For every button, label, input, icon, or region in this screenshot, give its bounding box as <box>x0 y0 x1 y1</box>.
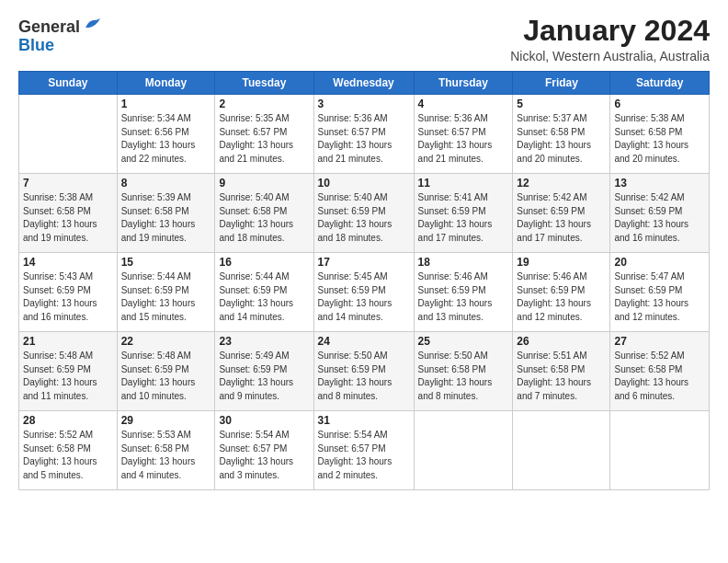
day-info: Sunrise: 5:48 AMSunset: 6:59 PMDaylight:… <box>23 350 113 403</box>
day-info: Sunrise: 5:53 AMSunset: 6:58 PMDaylight:… <box>121 429 211 482</box>
logo-blue-text: Blue <box>18 36 54 54</box>
day-info: Sunrise: 5:40 AMSunset: 6:58 PMDaylight:… <box>219 191 309 245</box>
day-info: Sunrise: 5:34 AMSunset: 6:56 PMDaylight:… <box>121 112 211 166</box>
logo-general-text: General <box>18 18 80 37</box>
calendar-cell: 24Sunrise: 5:50 AMSunset: 6:59 PMDayligh… <box>313 332 414 411</box>
calendar-header-friday: Friday <box>513 72 610 95</box>
day-info: Sunrise: 5:52 AMSunset: 6:58 PMDaylight:… <box>614 350 705 403</box>
day-info: Sunrise: 5:42 AMSunset: 6:59 PMDaylight:… <box>614 191 705 245</box>
month-title: January 2024 <box>510 15 710 47</box>
calendar-week-1: 1Sunrise: 5:34 AMSunset: 6:56 PMDaylight… <box>19 95 710 174</box>
day-number: 7 <box>23 177 113 190</box>
day-number: 21 <box>23 335 113 348</box>
calendar-cell <box>19 95 118 174</box>
calendar-cell: 8Sunrise: 5:39 AMSunset: 6:58 PMDaylight… <box>117 174 215 253</box>
calendar-header-tuesday: Tuesday <box>215 72 313 95</box>
calendar-cell: 14Sunrise: 5:43 AMSunset: 6:59 PMDayligh… <box>19 253 118 332</box>
day-number: 24 <box>318 335 410 348</box>
day-info: Sunrise: 5:54 AMSunset: 6:57 PMDaylight:… <box>219 429 309 482</box>
calendar-cell: 17Sunrise: 5:45 AMSunset: 6:59 PMDayligh… <box>313 253 414 332</box>
page: General Blue January 2024 Nickol, Wester… <box>0 0 728 563</box>
day-info: Sunrise: 5:46 AMSunset: 6:59 PMDaylight:… <box>517 270 606 324</box>
logo: General Blue <box>18 18 102 55</box>
day-info: Sunrise: 5:49 AMSunset: 6:59 PMDaylight:… <box>219 350 309 403</box>
calendar-cell: 6Sunrise: 5:38 AMSunset: 6:58 PMDaylight… <box>610 95 710 174</box>
day-info: Sunrise: 5:43 AMSunset: 6:59 PMDaylight:… <box>23 270 113 324</box>
day-number: 12 <box>517 177 606 190</box>
calendar-cell <box>610 411 710 490</box>
calendar-cell: 5Sunrise: 5:37 AMSunset: 6:58 PMDaylight… <box>513 95 610 174</box>
day-number: 25 <box>418 335 509 348</box>
calendar-cell: 26Sunrise: 5:51 AMSunset: 6:58 PMDayligh… <box>513 332 610 411</box>
day-info: Sunrise: 5:48 AMSunset: 6:59 PMDaylight:… <box>121 350 211 403</box>
calendar-header-monday: Monday <box>117 72 215 95</box>
calendar-cell: 28Sunrise: 5:52 AMSunset: 6:58 PMDayligh… <box>19 411 118 490</box>
calendar-cell: 25Sunrise: 5:50 AMSunset: 6:58 PMDayligh… <box>414 332 513 411</box>
calendar-week-5: 28Sunrise: 5:52 AMSunset: 6:58 PMDayligh… <box>19 411 710 490</box>
calendar-cell: 7Sunrise: 5:38 AMSunset: 6:58 PMDaylight… <box>19 174 118 253</box>
day-info: Sunrise: 5:54 AMSunset: 6:57 PMDaylight:… <box>318 429 410 482</box>
day-info: Sunrise: 5:37 AMSunset: 6:58 PMDaylight:… <box>517 112 606 166</box>
calendar-cell: 22Sunrise: 5:48 AMSunset: 6:59 PMDayligh… <box>117 332 215 411</box>
day-info: Sunrise: 5:47 AMSunset: 6:59 PMDaylight:… <box>614 270 705 324</box>
day-number: 10 <box>318 177 410 190</box>
day-info: Sunrise: 5:38 AMSunset: 6:58 PMDaylight:… <box>23 191 113 245</box>
calendar-cell: 2Sunrise: 5:35 AMSunset: 6:57 PMDaylight… <box>215 95 313 174</box>
day-number: 15 <box>121 256 211 269</box>
day-number: 28 <box>23 414 113 427</box>
day-number: 1 <box>121 98 211 110</box>
day-number: 3 <box>318 98 410 110</box>
day-info: Sunrise: 5:50 AMSunset: 6:58 PMDaylight:… <box>418 350 509 403</box>
day-number: 17 <box>318 256 410 269</box>
logo-bird-icon <box>82 15 102 35</box>
calendar-cell <box>513 411 610 490</box>
calendar-header-sunday: Sunday <box>19 72 118 95</box>
day-info: Sunrise: 5:36 AMSunset: 6:57 PMDaylight:… <box>318 112 410 166</box>
day-info: Sunrise: 5:50 AMSunset: 6:59 PMDaylight:… <box>318 350 410 403</box>
calendar-cell: 23Sunrise: 5:49 AMSunset: 6:59 PMDayligh… <box>215 332 313 411</box>
day-number: 26 <box>517 335 606 348</box>
calendar-cell: 19Sunrise: 5:46 AMSunset: 6:59 PMDayligh… <box>513 253 610 332</box>
calendar-cell: 1Sunrise: 5:34 AMSunset: 6:56 PMDaylight… <box>117 95 215 174</box>
day-number: 18 <box>418 256 509 269</box>
day-number: 20 <box>614 256 705 269</box>
day-info: Sunrise: 5:41 AMSunset: 6:59 PMDaylight:… <box>418 191 509 245</box>
calendar-cell: 16Sunrise: 5:44 AMSunset: 6:59 PMDayligh… <box>215 253 313 332</box>
day-info: Sunrise: 5:52 AMSunset: 6:58 PMDaylight:… <box>23 429 113 482</box>
day-number: 22 <box>121 335 211 348</box>
calendar-header-saturday: Saturday <box>610 72 710 95</box>
day-info: Sunrise: 5:46 AMSunset: 6:59 PMDaylight:… <box>418 270 509 324</box>
calendar-header-wednesday: Wednesday <box>313 72 414 95</box>
day-info: Sunrise: 5:51 AMSunset: 6:58 PMDaylight:… <box>517 350 606 403</box>
calendar-header-row: SundayMondayTuesdayWednesdayThursdayFrid… <box>19 72 710 95</box>
day-info: Sunrise: 5:45 AMSunset: 6:59 PMDaylight:… <box>318 270 410 324</box>
day-number: 23 <box>219 335 309 348</box>
day-number: 16 <box>219 256 309 269</box>
day-number: 4 <box>418 98 509 110</box>
calendar-cell: 30Sunrise: 5:54 AMSunset: 6:57 PMDayligh… <box>215 411 313 490</box>
calendar-cell: 11Sunrise: 5:41 AMSunset: 6:59 PMDayligh… <box>414 174 513 253</box>
calendar-cell: 10Sunrise: 5:40 AMSunset: 6:59 PMDayligh… <box>313 174 414 253</box>
header: General Blue January 2024 Nickol, Wester… <box>18 15 710 63</box>
day-number: 14 <box>23 256 113 269</box>
day-info: Sunrise: 5:38 AMSunset: 6:58 PMDaylight:… <box>614 112 705 166</box>
day-number: 6 <box>614 98 705 110</box>
day-info: Sunrise: 5:42 AMSunset: 6:59 PMDaylight:… <box>517 191 606 245</box>
calendar-week-3: 14Sunrise: 5:43 AMSunset: 6:59 PMDayligh… <box>19 253 710 332</box>
calendar-cell: 29Sunrise: 5:53 AMSunset: 6:58 PMDayligh… <box>117 411 215 490</box>
calendar-header-thursday: Thursday <box>414 72 513 95</box>
calendar-cell: 12Sunrise: 5:42 AMSunset: 6:59 PMDayligh… <box>513 174 610 253</box>
day-number: 11 <box>418 177 509 190</box>
day-number: 19 <box>517 256 606 269</box>
day-number: 31 <box>318 414 410 427</box>
day-info: Sunrise: 5:36 AMSunset: 6:57 PMDaylight:… <box>418 112 509 166</box>
calendar-cell: 9Sunrise: 5:40 AMSunset: 6:58 PMDaylight… <box>215 174 313 253</box>
day-info: Sunrise: 5:40 AMSunset: 6:59 PMDaylight:… <box>318 191 410 245</box>
day-number: 5 <box>517 98 606 110</box>
day-number: 29 <box>121 414 211 427</box>
calendar-cell: 13Sunrise: 5:42 AMSunset: 6:59 PMDayligh… <box>610 174 710 253</box>
calendar-cell: 15Sunrise: 5:44 AMSunset: 6:59 PMDayligh… <box>117 253 215 332</box>
calendar-cell: 3Sunrise: 5:36 AMSunset: 6:57 PMDaylight… <box>313 95 414 174</box>
day-number: 2 <box>219 98 309 110</box>
calendar-table: SundayMondayTuesdayWednesdayThursdayFrid… <box>18 71 710 490</box>
